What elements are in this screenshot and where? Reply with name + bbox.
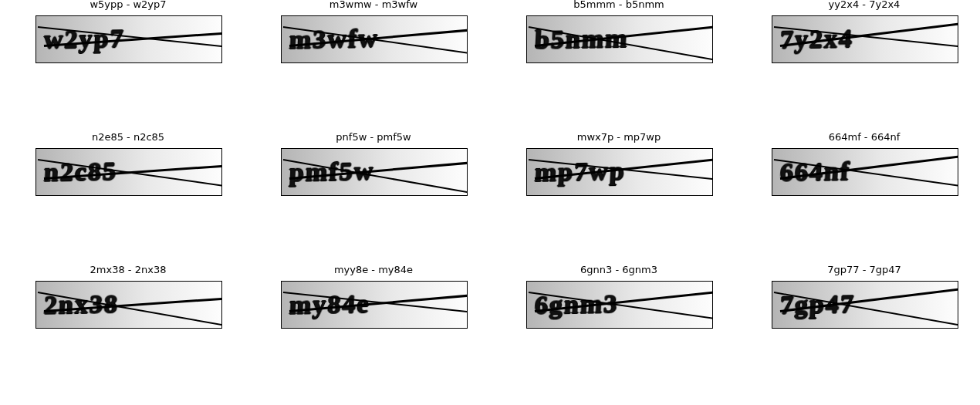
y-tick-mark	[35, 172, 36, 173]
x-tick-label: 0	[281, 62, 285, 63]
x-tick-mark	[374, 328, 375, 329]
subplot-title: 2mx38 - 2nx38	[35, 264, 221, 275]
captcha-overlay: 7y2x4	[772, 16, 958, 62]
y-tick-mark	[281, 16, 282, 17]
y-tick-mark	[772, 149, 772, 150]
x-tick-mark	[772, 195, 773, 196]
subplot-title: w5ypp - w2yp7	[35, 0, 221, 10]
captcha-overlay: mp7wp	[527, 149, 712, 195]
x-tick-mark	[772, 328, 773, 329]
x-tick-mark	[282, 62, 282, 63]
x-tick-label: 150	[904, 195, 920, 196]
x-tick-label: 100	[612, 62, 628, 63]
y-tick-mark	[35, 16, 36, 17]
x-tick-mark	[129, 62, 130, 63]
y-tick-mark	[772, 305, 772, 305]
subplot: pnf5w - pmf5wpmf5w025050100150	[250, 134, 482, 219]
captcha-image: n2c85025050100150	[35, 148, 222, 196]
captcha-overlay: 7gp47	[772, 282, 958, 328]
y-tick-mark	[772, 282, 772, 282]
x-tick-label: 100	[367, 328, 383, 329]
x-tick-mark	[282, 195, 282, 196]
x-tick-label: 100	[121, 328, 137, 329]
y-tick-mark	[526, 16, 527, 17]
x-tick-label: 150	[413, 62, 429, 63]
x-tick-label: 150	[413, 328, 429, 329]
subplot: 664mf - 664nf664nf025050100150	[741, 134, 972, 219]
captcha-overlay: w2yp7	[36, 16, 221, 62]
x-tick-mark	[865, 328, 866, 329]
x-tick-mark	[83, 328, 83, 329]
subplot: 6gnn3 - 6gnm36gnm3025050100150	[495, 267, 727, 352]
x-tick-mark	[620, 328, 620, 329]
subplot: n2e85 - n2c85n2c85025050100150	[5, 134, 236, 219]
x-tick-mark	[573, 62, 574, 63]
captcha-overlay: b5nmm	[527, 16, 712, 62]
x-tick-mark	[666, 328, 667, 329]
x-tick-label: 100	[857, 62, 874, 63]
x-tick-mark	[328, 195, 329, 196]
subplot-title: n2e85 - n2c85	[35, 131, 221, 143]
captcha-overlay: my84e	[282, 282, 467, 328]
x-tick-mark	[175, 62, 176, 63]
x-tick-label: 100	[612, 195, 628, 196]
subplot: b5mmm - b5nmmb5nmm025050100150	[495, 2, 727, 86]
x-tick-mark	[36, 328, 37, 329]
x-tick-label: 0	[772, 62, 776, 63]
x-tick-mark	[573, 195, 574, 196]
x-tick-mark	[374, 62, 375, 63]
figure: w5ypp - w2yp7w2yp7025050100150m3wmw - m3…	[0, 0, 980, 405]
x-tick-label: 100	[121, 195, 137, 196]
captcha-overlay: m3wfw	[282, 16, 467, 62]
captcha-image: w2yp7025050100150	[35, 15, 222, 63]
captcha-overlay: n2c85	[36, 149, 221, 195]
x-tick-mark	[527, 62, 528, 63]
captcha-overlay: pmf5w	[282, 149, 467, 195]
x-tick-label: 50	[323, 195, 333, 196]
x-tick-mark	[819, 328, 819, 329]
y-tick-mark	[281, 39, 282, 40]
subplot-title: yy2x4 - 7y2x4	[772, 0, 957, 10]
x-tick-label: 150	[658, 328, 674, 329]
x-tick-label: 150	[904, 62, 920, 63]
captcha-image: mp7wp025050100150	[526, 148, 713, 196]
x-tick-label: 0	[526, 62, 530, 63]
x-tick-mark	[328, 328, 329, 329]
y-tick-mark	[526, 282, 527, 282]
x-tick-label: 100	[857, 195, 874, 196]
x-tick-label: 50	[568, 195, 579, 196]
x-tick-mark	[36, 195, 37, 196]
x-tick-mark	[83, 62, 83, 63]
x-tick-mark	[83, 195, 83, 196]
x-tick-mark	[175, 195, 176, 196]
y-tick-mark	[35, 305, 36, 305]
x-tick-mark	[421, 328, 421, 329]
x-tick-mark	[328, 62, 329, 63]
y-tick-mark	[35, 39, 36, 40]
x-tick-mark	[175, 328, 176, 329]
y-tick-mark	[35, 282, 36, 282]
subplot-title: m3wmw - m3wfw	[281, 0, 466, 10]
x-tick-mark	[911, 328, 912, 329]
subplot-title: myy8e - my84e	[281, 264, 466, 275]
y-tick-mark	[281, 305, 282, 305]
y-tick-mark	[772, 39, 772, 40]
x-tick-mark	[36, 62, 37, 63]
x-tick-mark	[527, 195, 528, 196]
x-tick-mark	[421, 62, 421, 63]
subplot-title: 664mf - 664nf	[772, 131, 957, 143]
x-tick-label: 150	[658, 62, 674, 63]
x-tick-label: 50	[323, 62, 333, 63]
x-tick-mark	[421, 195, 421, 196]
captcha-image: 2nx38025050100150	[35, 281, 222, 329]
subplot-title: 7gp77 - 7gp47	[772, 264, 957, 275]
x-tick-label: 50	[568, 328, 579, 329]
x-tick-label: 150	[167, 328, 184, 329]
x-tick-label: 0	[35, 328, 39, 329]
x-tick-label: 0	[772, 195, 776, 196]
subplot: myy8e - my84emy84e025050100150	[250, 267, 482, 352]
x-tick-mark	[666, 195, 667, 196]
x-tick-label: 0	[281, 195, 285, 196]
x-tick-mark	[865, 195, 866, 196]
x-tick-label: 100	[367, 195, 383, 196]
